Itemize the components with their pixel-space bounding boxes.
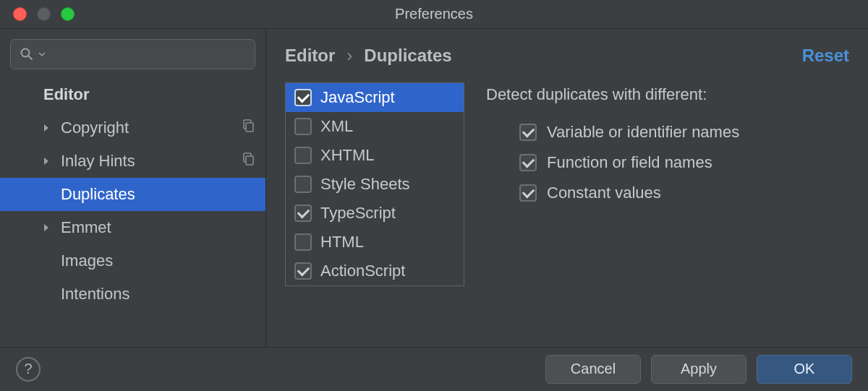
language-label: TypeScript [320, 204, 396, 223]
language-item-xml[interactable]: XML [286, 112, 464, 141]
sidebar-item-intentions[interactable]: Intentions [0, 278, 265, 311]
option-checkbox[interactable] [519, 184, 537, 202]
language-checkbox[interactable] [294, 233, 312, 251]
option-row[interactable]: Constant values [486, 178, 849, 208]
window-title: Preferences [0, 6, 868, 22]
language-item-xhtml[interactable]: XHTML [286, 141, 464, 170]
sidebar-item-label: Intentions [61, 285, 129, 304]
window-minimize-button[interactable] [37, 7, 51, 21]
language-checkbox[interactable] [294, 262, 312, 280]
language-item-typescript[interactable]: TypeScript [286, 199, 464, 228]
window-close-button[interactable] [13, 7, 27, 21]
sidebar-item-inlay-hints[interactable]: Inlay Hints [0, 145, 265, 178]
chevron-right-icon [42, 124, 54, 132]
copy-settings-icon[interactable] [241, 119, 255, 137]
option-row[interactable]: Function or field names [486, 147, 849, 178]
option-checkbox[interactable] [519, 124, 537, 141]
language-item-javascript[interactable]: JavaScript [286, 83, 464, 112]
language-checkbox[interactable] [294, 118, 312, 135]
language-label: HTML [320, 233, 364, 252]
language-checkbox[interactable] [294, 147, 312, 164]
sidebar-item-label: Copyright [61, 119, 129, 137]
main-panel: Editor › Duplicates Reset JavaScriptXMLX… [266, 29, 868, 347]
bottom-bar: ? Cancel Apply OK [0, 347, 868, 390]
option-row[interactable]: Variable or identifier names [486, 117, 849, 147]
window-controls [0, 7, 75, 21]
search-icon [20, 47, 34, 61]
language-label: XHTML [320, 146, 375, 165]
ok-button[interactable]: OK [757, 355, 852, 384]
options-title: Detect duplicates with different: [486, 85, 849, 104]
breadcrumb-root[interactable]: Editor [285, 46, 335, 66]
duplicate-options: Detect duplicates with different: Variab… [486, 82, 849, 286]
sidebar-item-duplicates[interactable]: Duplicates [0, 178, 265, 211]
svg-rect-3 [246, 123, 253, 132]
language-label: JavaScript [320, 88, 395, 107]
language-item-style-sheets[interactable]: Style Sheets [286, 170, 464, 199]
sidebar-item-label: Inlay Hints [61, 152, 135, 171]
tree-section-header: Editor [0, 78, 265, 111]
chevron-right-icon [42, 223, 54, 232]
breadcrumb-row: Editor › Duplicates Reset [285, 39, 849, 72]
language-label: XML [320, 117, 353, 136]
settings-tree: Editor CopyrightInlay HintsDuplicatesEmm… [0, 77, 265, 311]
help-button[interactable]: ? [16, 357, 41, 382]
language-list[interactable]: JavaScriptXMLXHTMLStyle SheetsTypeScript… [285, 82, 464, 286]
sidebar-item-label: Emmet [61, 218, 111, 237]
titlebar: Preferences [0, 0, 868, 29]
option-checkbox[interactable] [519, 154, 537, 171]
apply-button[interactable]: Apply [651, 355, 746, 384]
search-input[interactable] [50, 47, 246, 62]
sidebar-item-label: Duplicates [61, 185, 135, 204]
sidebar-item-images[interactable]: Images [0, 244, 265, 278]
language-checkbox[interactable] [294, 176, 312, 193]
option-label: Constant values [547, 184, 661, 202]
language-item-actionscript[interactable]: ActionScript [286, 257, 464, 285]
cancel-button[interactable]: Cancel [545, 355, 641, 384]
reset-link[interactable]: Reset [802, 46, 849, 66]
language-label: ActionScript [320, 262, 405, 280]
svg-rect-5 [246, 156, 253, 165]
option-label: Function or field names [547, 153, 712, 172]
language-checkbox[interactable] [294, 205, 312, 222]
copy-settings-icon[interactable] [241, 152, 255, 171]
chevron-right-icon [42, 157, 54, 166]
breadcrumb-separator: › [346, 46, 352, 66]
language-label: Style Sheets [320, 175, 410, 194]
breadcrumb-leaf: Duplicates [364, 46, 451, 66]
content: Editor CopyrightInlay HintsDuplicatesEmm… [0, 29, 868, 347]
svg-line-1 [29, 56, 33, 60]
sidebar-item-emmet[interactable]: Emmet [0, 211, 265, 244]
sidebar-item-label: Images [61, 252, 113, 270]
chevron-down-icon [38, 51, 46, 58]
sidebar-item-copyright[interactable]: Copyright [0, 111, 265, 145]
language-item-html[interactable]: HTML [286, 228, 464, 257]
breadcrumb: Editor › Duplicates [285, 46, 452, 66]
sidebar: Editor CopyrightInlay HintsDuplicatesEmm… [0, 29, 266, 347]
option-label: Variable or identifier names [547, 123, 739, 142]
window-zoom-button[interactable] [61, 7, 75, 21]
search-input-wrapper[interactable] [10, 39, 255, 69]
language-checkbox[interactable] [294, 89, 312, 106]
